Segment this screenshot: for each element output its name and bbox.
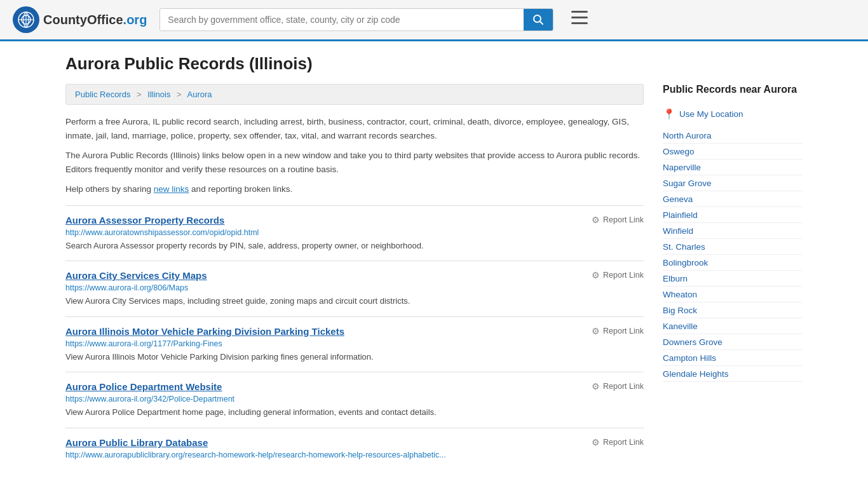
record-url[interactable]: http://www.auroratownshipassessor.com/op… [65, 228, 644, 237]
list-item: Glendale Heights [663, 366, 803, 382]
list-item: Plainfield [663, 207, 803, 223]
description-para3: Help others by sharing new links and rep… [65, 182, 644, 196]
list-item: Big Rock [663, 302, 803, 318]
svg-line-6 [540, 22, 543, 25]
record-title: Aurora Assessor Property Records [65, 215, 224, 226]
report-icon: ⚙ [592, 381, 600, 391]
svg-rect-9 [571, 22, 588, 24]
breadcrumb: Public Records > Illinois > Aurora [65, 84, 644, 105]
nearby-link[interactable]: Downers Grove [663, 337, 722, 347]
nearby-link[interactable]: Bolingbrook [663, 258, 708, 268]
location-pin-icon: 📍 [663, 108, 675, 120]
list-item: Sugar Grove [663, 175, 803, 191]
header: CountyOffice.org [0, 0, 868, 41]
list-item: Campton Hills [663, 350, 803, 366]
records-list: Aurora Assessor Property Records ⚙ Repor… [65, 205, 644, 471]
nearby-link[interactable]: Plainfield [663, 210, 698, 220]
record-header: Aurora Police Department Website ⚙ Repor… [65, 381, 644, 392]
nearby-link[interactable]: Campton Hills [663, 353, 716, 363]
nearby-link[interactable]: Elburn [663, 274, 688, 283]
record-url[interactable]: https://www.aurora-il.org/806/Maps [65, 283, 644, 292]
breadcrumb-link-public-records[interactable]: Public Records [75, 90, 130, 99]
list-item: Geneva [663, 191, 803, 207]
record-title: Aurora Police Department Website [65, 381, 222, 392]
svg-rect-7 [571, 11, 588, 13]
search-icon [532, 14, 544, 25]
list-item: Bolingbrook [663, 255, 803, 271]
record-entry: Aurora Police Department Website ⚙ Repor… [65, 372, 644, 428]
record-entry: Aurora City Services City Maps ⚙ Report … [65, 261, 644, 316]
list-item: Winfield [663, 223, 803, 239]
nearby-link[interactable]: North Aurora [663, 131, 712, 140]
list-item: Naperville [663, 159, 803, 175]
search-button[interactable] [524, 9, 553, 30]
content-layout: Public Records > Illinois > Aurora Perfo… [65, 84, 803, 471]
search-input[interactable] [160, 10, 524, 30]
svg-rect-8 [571, 17, 588, 18]
nearby-link[interactable]: Oswego [663, 147, 695, 156]
use-my-location-link[interactable]: 📍 Use My Location [663, 108, 803, 120]
report-link-button[interactable]: ⚙ Report Link [592, 381, 644, 391]
main-wrapper: Aurora Public Records (Illinois) Public … [53, 41, 815, 484]
record-description: View Aurora Illinois Motor Vehicle Parki… [65, 351, 644, 363]
list-item: Elburn [663, 271, 803, 287]
record-link[interactable]: Aurora Police Department Website [65, 381, 222, 392]
breadcrumb-link-aurora[interactable]: Aurora [187, 90, 212, 99]
report-link-button[interactable]: ⚙ Report Link [592, 215, 644, 225]
description: Perform a free Aurora, IL public record … [65, 115, 644, 196]
nearby-link[interactable]: Winfield [663, 226, 693, 236]
breadcrumb-link-illinois[interactable]: Illinois [147, 90, 170, 99]
record-link[interactable]: Aurora Illinois Motor Vehicle Parking Di… [65, 326, 344, 337]
record-description: View Aurora City Services maps, includin… [65, 295, 644, 308]
record-url[interactable]: https://www.aurora-il.org/1177/Parking-F… [65, 339, 644, 348]
record-entry: Aurora Assessor Property Records ⚙ Repor… [65, 205, 644, 261]
description-para1: Perform a free Aurora, IL public record … [65, 115, 644, 142]
report-link-button[interactable]: ⚙ Report Link [592, 437, 644, 447]
report-link-button[interactable]: ⚙ Report Link [592, 270, 644, 280]
record-url[interactable]: http://www.aurorapubliclibrary.org/resea… [65, 451, 644, 459]
record-header: Aurora Public Library Database ⚙ Report … [65, 437, 644, 448]
nearby-link[interactable]: Big Rock [663, 306, 697, 315]
list-item: Wheaton [663, 287, 803, 302]
right-column: Public Records near Aurora 📍 Use My Loca… [663, 84, 803, 471]
record-entry: Aurora Public Library Database ⚙ Report … [65, 428, 644, 471]
menu-button[interactable] [566, 8, 593, 31]
sidebar-title: Public Records near Aurora [663, 84, 803, 99]
new-links-link[interactable]: new links [154, 184, 189, 194]
record-link[interactable]: Aurora City Services City Maps [65, 270, 207, 281]
record-link[interactable]: Aurora Assessor Property Records [65, 215, 224, 226]
nearby-link[interactable]: Glendale Heights [663, 369, 729, 379]
record-header: Aurora Assessor Property Records ⚙ Repor… [65, 215, 644, 226]
nearby-link[interactable]: St. Charles [663, 242, 705, 252]
list-item: North Aurora [663, 128, 803, 144]
list-item: St. Charles [663, 239, 803, 255]
record-header: Aurora Illinois Motor Vehicle Parking Di… [65, 326, 644, 337]
report-link-button[interactable]: ⚙ Report Link [592, 326, 644, 336]
report-icon: ⚙ [592, 215, 600, 225]
site-logo[interactable]: CountyOffice.org [13, 6, 147, 33]
record-entry: Aurora Illinois Motor Vehicle Parking Di… [65, 316, 644, 372]
nearby-list: North Aurora Oswego Naperville Sugar Gro… [663, 128, 803, 382]
nearby-link[interactable]: Wheaton [663, 290, 697, 299]
hamburger-icon [571, 11, 588, 25]
page-title: Aurora Public Records (Illinois) [65, 54, 803, 74]
nearby-link[interactable]: Naperville [663, 163, 701, 172]
report-icon: ⚙ [592, 270, 600, 280]
list-item: Downers Grove [663, 334, 803, 350]
search-container [159, 8, 553, 31]
list-item: Oswego [663, 144, 803, 159]
record-link[interactable]: Aurora Public Library Database [65, 437, 208, 448]
record-title: Aurora City Services City Maps [65, 270, 207, 281]
nearby-link[interactable]: Sugar Grove [663, 179, 712, 188]
record-description: View Aurora Police Department home page,… [65, 406, 644, 419]
list-item: Kaneville [663, 318, 803, 334]
breadcrumb-separator: > [137, 90, 142, 99]
record-url[interactable]: https://www.aurora-il.org/342/Police-Dep… [65, 395, 644, 403]
description-para2: The Aurora Public Records (Illinois) lin… [65, 149, 644, 176]
nearby-link[interactable]: Geneva [663, 194, 693, 204]
logo-text: CountyOffice.org [43, 13, 147, 27]
record-header: Aurora City Services City Maps ⚙ Report … [65, 270, 644, 281]
record-title: Aurora Public Library Database [65, 437, 208, 448]
logo-icon [13, 6, 39, 33]
nearby-link[interactable]: Kaneville [663, 322, 698, 331]
